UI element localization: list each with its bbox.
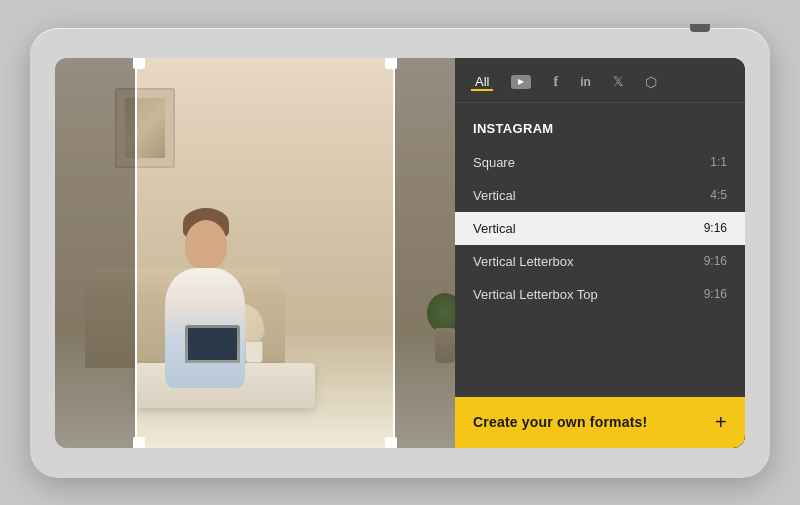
tab-all[interactable]: All — [471, 72, 493, 91]
format-item-vertical-916[interactable]: Vertical 9:16 — [455, 212, 745, 245]
screen-area: All ▶ f in 𝕏 ⬡ INSTA — [55, 58, 745, 448]
tab-instagram[interactable]: ⬡ — [641, 72, 661, 92]
linkedin-icon: in — [580, 75, 591, 89]
section-title: INSTAGRAM — [455, 115, 745, 146]
room-scene — [55, 58, 475, 448]
format-ratio-vertical-letterbox: 9:16 — [704, 254, 727, 268]
format-item-vertical-45[interactable]: Vertical 4:5 — [455, 179, 745, 212]
format-ratio-vertical-letterbox-top: 9:16 — [704, 287, 727, 301]
format-item-vertical-letterbox[interactable]: Vertical Letterbox 9:16 — [455, 245, 745, 278]
format-item-vertical-letterbox-top[interactable]: Vertical Letterbox Top 9:16 — [455, 278, 745, 311]
tab-twitter[interactable]: 𝕏 — [609, 72, 627, 91]
format-name-vertical-letterbox: Vertical Letterbox — [473, 254, 573, 269]
wall-art — [115, 88, 175, 168]
format-panel: All ▶ f in 𝕏 ⬡ INSTA — [455, 58, 745, 448]
instagram-icon: ⬡ — [645, 74, 657, 90]
format-list: INSTAGRAM Square 1:1 Vertical 4:5 Vertic… — [455, 103, 745, 397]
cta-label: Create your own formats! — [473, 414, 647, 430]
format-ratio-vertical-916: 9:16 — [704, 221, 727, 235]
person-head — [185, 220, 227, 270]
facebook-icon: f — [553, 74, 558, 90]
format-name-vertical-letterbox-top: Vertical Letterbox Top — [473, 287, 598, 302]
cta-plus-icon: + — [715, 411, 727, 434]
format-name-vertical-916: Vertical — [473, 221, 516, 236]
twitter-icon: 𝕏 — [613, 74, 623, 89]
laptop — [185, 325, 240, 363]
format-ratio-square: 1:1 — [710, 155, 727, 169]
device-frame: All ▶ f in 𝕏 ⬡ INSTA — [30, 28, 770, 478]
format-ratio-vertical-45: 4:5 — [710, 188, 727, 202]
person — [145, 228, 265, 388]
youtube-icon: ▶ — [511, 75, 531, 89]
format-item-square[interactable]: Square 1:1 — [455, 146, 745, 179]
format-name-vertical-45: Vertical — [473, 188, 516, 203]
format-name-square: Square — [473, 155, 515, 170]
tab-bar: All ▶ f in 𝕏 ⬡ — [455, 58, 745, 103]
create-formats-button[interactable]: Create your own formats! + — [455, 397, 745, 448]
tab-linkedin[interactable]: in — [576, 73, 595, 91]
tab-facebook[interactable]: f — [549, 72, 562, 92]
device-notch — [690, 24, 710, 32]
tab-all-label: All — [475, 74, 489, 89]
vase — [435, 328, 455, 363]
tab-youtube[interactable]: ▶ — [507, 73, 535, 91]
